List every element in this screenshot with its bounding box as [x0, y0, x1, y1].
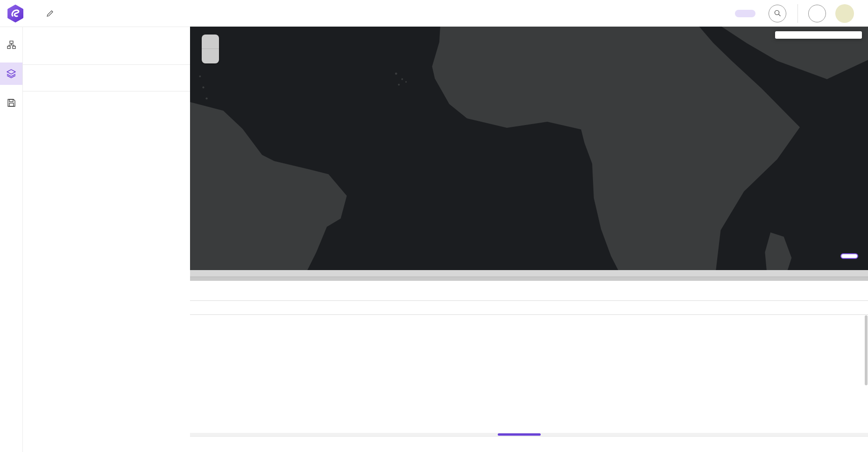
layer-list	[23, 51, 190, 54]
save-button[interactable]	[0, 91, 22, 114]
table-titlebar	[190, 281, 868, 300]
hscroll-thumb[interactable]	[498, 433, 541, 436]
map-attribution	[190, 270, 868, 277]
zoom-in-button[interactable]	[202, 35, 219, 49]
data-model-icon	[7, 41, 16, 49]
user-avatar[interactable]	[835, 4, 854, 23]
search-button[interactable]	[769, 5, 786, 22]
table-vertical-scrollbar[interactable]	[865, 315, 868, 432]
header-divider	[797, 4, 798, 23]
close-table-button[interactable]	[840, 253, 858, 259]
map-contents-panel	[22, 27, 190, 452]
edit-title-button[interactable]	[46, 9, 54, 18]
view-tabbar	[190, 436, 868, 452]
map-context-menu	[775, 31, 862, 39]
attribute-table	[190, 281, 868, 436]
map-view[interactable]	[190, 27, 868, 277]
knowledge-studio-logo-icon	[7, 5, 24, 22]
table-header-row	[190, 300, 868, 315]
data-model-button[interactable]	[0, 34, 22, 56]
map-table-resize-handle[interactable]	[190, 277, 868, 281]
content-area	[190, 27, 868, 452]
basemap-land-shapes	[190, 27, 868, 277]
map-contents-header	[23, 27, 190, 51]
app-root	[0, 0, 868, 452]
basemap-row[interactable]	[23, 64, 190, 91]
zoom-out-button[interactable]	[202, 49, 219, 63]
layers-icon	[6, 69, 16, 79]
save-icon	[7, 98, 16, 107]
vscroll-thumb[interactable]	[865, 315, 868, 385]
app-header	[0, 0, 868, 27]
beta-badge	[735, 10, 755, 17]
expand-rail-button[interactable]	[0, 425, 22, 447]
search-icon	[774, 9, 782, 17]
layers-button[interactable]	[0, 63, 22, 85]
help-button[interactable]	[808, 5, 826, 22]
left-toolbar	[0, 27, 22, 452]
table-partial-row-clip	[190, 315, 868, 321]
table-horizontal-scrollbar[interactable]	[190, 433, 868, 436]
pencil-icon	[46, 9, 54, 18]
zoom-control	[202, 35, 219, 63]
